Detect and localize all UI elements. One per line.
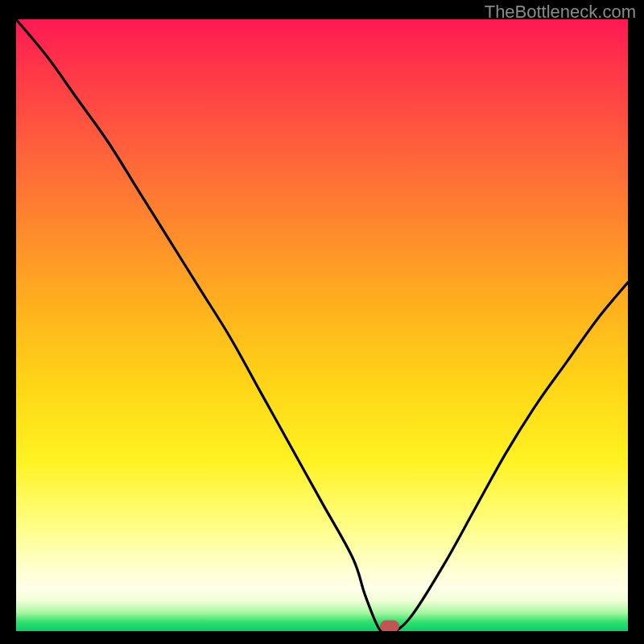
plot-area — [16, 19, 628, 631]
bottleneck-curve — [16, 19, 628, 631]
optimum-marker — [380, 620, 399, 631]
chart-container: TheBottleneck.com — [0, 0, 644, 644]
watermark-text: TheBottleneck.com — [485, 2, 636, 23]
curve-path — [16, 19, 628, 631]
